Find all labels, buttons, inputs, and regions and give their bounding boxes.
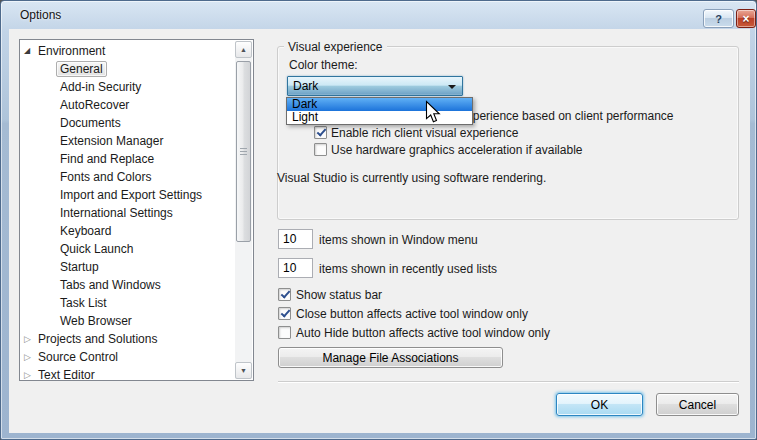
scroll-down-icon: ▼ bbox=[240, 367, 247, 374]
tree-item-label: Quick Launch bbox=[56, 241, 137, 257]
tree-item[interactable]: Quick Launch bbox=[20, 240, 235, 258]
tree-item[interactable]: Find and Replace bbox=[20, 150, 235, 168]
chevron-down-icon bbox=[448, 85, 456, 89]
tree-item[interactable]: General bbox=[20, 60, 235, 78]
tree-item[interactable]: AutoRecover bbox=[20, 96, 235, 114]
tree-item-label: Find and Replace bbox=[56, 151, 158, 167]
tree-item-label: Extension Manager bbox=[56, 133, 167, 149]
dropdown-option[interactable]: Light bbox=[287, 111, 472, 124]
tree-item[interactable]: Web Browser bbox=[20, 312, 235, 330]
status-bar-label[interactable]: Show status bar bbox=[296, 288, 382, 302]
rich-client-checkbox[interactable] bbox=[314, 126, 327, 139]
help-icon: ? bbox=[715, 13, 722, 25]
color-theme-dropdown: Dark Light bbox=[286, 97, 473, 125]
options-dialog: Options ? × ◢ Environment bbox=[0, 0, 757, 440]
tree-item-label: General bbox=[56, 61, 107, 77]
tree-item[interactable]: Fonts and Colors bbox=[20, 168, 235, 186]
close-icon: × bbox=[742, 12, 749, 26]
scroll-up-button[interactable]: ▲ bbox=[235, 41, 252, 58]
tree-item[interactable]: Keyboard bbox=[20, 222, 235, 240]
window-menu-count-label: items shown in Window menu bbox=[319, 233, 478, 247]
tree-item-label: AutoRecover bbox=[56, 97, 133, 113]
ok-button[interactable]: OK bbox=[556, 393, 643, 416]
tree-item-label: Startup bbox=[56, 259, 103, 275]
tree-item[interactable]: Add-in Security bbox=[20, 78, 235, 96]
tree-item[interactable]: Tabs and Windows bbox=[20, 276, 235, 294]
tree-item-label: International Settings bbox=[56, 205, 177, 221]
tree-item[interactable]: International Settings bbox=[20, 204, 235, 222]
window-menu-count-input[interactable] bbox=[278, 229, 313, 249]
color-theme-label: Color theme: bbox=[289, 58, 358, 72]
tree-item[interactable]: Documents bbox=[20, 114, 235, 132]
screen: Options ? × ◢ Environment bbox=[0, 0, 757, 440]
color-theme-combobox[interactable]: Dark bbox=[287, 76, 463, 96]
auto-hide-checkbox[interactable] bbox=[278, 326, 291, 339]
dialog-body: ◢ Environment General Add-in Security bbox=[9, 29, 750, 433]
tree-item[interactable]: Task List bbox=[20, 294, 235, 312]
scrollbar-thumb[interactable] bbox=[236, 61, 251, 242]
scroll-up-icon: ▲ bbox=[240, 46, 247, 53]
title-bar[interactable]: Options ? × bbox=[1, 1, 756, 29]
cancel-button[interactable]: Cancel bbox=[656, 393, 739, 416]
tree-item[interactable]: ◢ Environment bbox=[20, 42, 235, 60]
tree-item[interactable]: ▷ Text Editor bbox=[20, 366, 235, 381]
status-bar-checkbox[interactable] bbox=[278, 288, 291, 301]
tree-item-label: Projects and Solutions bbox=[34, 331, 161, 347]
tree-item[interactable]: Import and Export Settings bbox=[20, 186, 235, 204]
manage-file-associations-button[interactable]: Manage File Associations bbox=[278, 347, 503, 368]
scroll-down-button[interactable]: ▼ bbox=[235, 362, 252, 379]
tree-item-label: Import and Export Settings bbox=[56, 187, 206, 203]
tree-item-label: Fonts and Colors bbox=[56, 169, 155, 185]
footer-separator bbox=[278, 381, 739, 383]
tree-item-label: Task List bbox=[56, 295, 111, 311]
tree-item-label: Web Browser bbox=[56, 313, 136, 329]
scrollbar-grip-icon bbox=[240, 148, 247, 156]
tree-list: ◢ Environment General Add-in Security bbox=[20, 42, 235, 381]
tree-item-label: Tabs and Windows bbox=[56, 277, 165, 293]
hw-accel-checkbox[interactable] bbox=[314, 143, 327, 156]
rich-client-label[interactable]: Enable rich client visual experience bbox=[331, 126, 518, 140]
recent-lists-count-input[interactable] bbox=[278, 258, 313, 278]
close-button-label[interactable]: Close button affects active tool window … bbox=[296, 307, 528, 321]
combobox-value: Dark bbox=[293, 79, 318, 93]
tree-item-label: Documents bbox=[56, 115, 125, 131]
tree-item[interactable]: ▷ Source Control bbox=[20, 348, 235, 366]
tree-item[interactable]: Extension Manager bbox=[20, 132, 235, 150]
tree-scrollbar[interactable]: ▲ ▼ bbox=[235, 41, 252, 379]
tree-item-label: Environment bbox=[34, 43, 109, 59]
close-button[interactable]: × bbox=[736, 9, 756, 28]
tree-item[interactable]: ▷ Projects and Solutions bbox=[20, 330, 235, 348]
tree-item-label: Source Control bbox=[34, 349, 122, 365]
help-button[interactable]: ? bbox=[703, 9, 734, 28]
rendering-status-text: Visual Studio is currently using softwar… bbox=[277, 171, 546, 185]
close-button-checkbox[interactable] bbox=[278, 307, 291, 320]
tree-item[interactable]: Startup bbox=[20, 258, 235, 276]
tree-item-label: Keyboard bbox=[56, 223, 115, 239]
group-title: Visual experience bbox=[284, 40, 387, 54]
auto-hide-label[interactable]: Auto Hide button affects active tool win… bbox=[296, 326, 550, 340]
tree-item-label: Add-in Security bbox=[56, 79, 145, 95]
settings-tree: ◢ Environment General Add-in Security bbox=[19, 39, 254, 381]
tree-item-label: Text Editor bbox=[34, 367, 99, 381]
recent-lists-count-label: items shown in recently used lists bbox=[319, 262, 497, 276]
window-title: Options bbox=[20, 8, 61, 22]
hw-accel-label[interactable]: Use hardware graphics acceleration if av… bbox=[331, 143, 582, 157]
